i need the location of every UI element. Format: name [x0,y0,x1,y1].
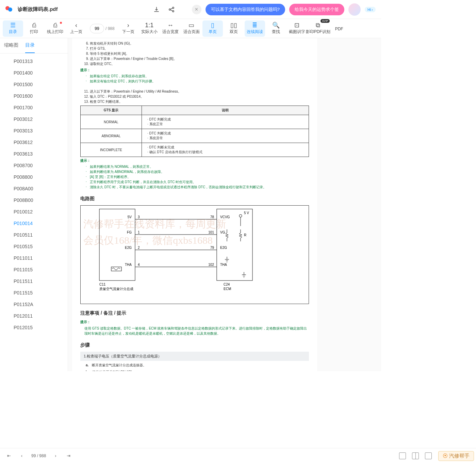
tool-单页[interactable]: ▯单页 [202,20,223,37]
svg-text:C11: C11 [99,283,106,286]
toc-item-P008700[interactable]: P008700 [0,160,68,171]
svg-text:2: 2 [138,246,140,250]
notes-label: 提示： [80,320,309,324]
circuit-diagram: 汽修帮手在线资料库，每周更新会员仅168/年，微信qxbs1688 [80,205,309,304]
toc-item-P008A00[interactable]: P008A00 [0,183,68,194]
hi-badge[interactable]: Hi› [365,7,376,12]
hint-list-2: 如果判断结果为 NORMAL，则系统正常。如果判断结果为 ABNORMAL，则系… [90,164,309,190]
svg-text:4: 4 [138,263,140,267]
page-total: / 988 [105,26,115,31]
svg-text:R: R [244,233,246,237]
tool-线上打印[interactable]: ⎙线上打印 [45,20,65,37]
tool-上一页[interactable]: ‹上一页 [66,20,86,37]
svg-text:101: 101 [208,230,214,234]
ai-question-pill[interactable]: 可以基于文档内容回答我的问题吗? [206,4,285,15]
svg-text:5V: 5V [128,215,132,219]
substep-b: b.将发动机开关转到 ON (IG)。 [86,370,309,371]
tool-查找[interactable]: 🔍查找 [266,20,286,37]
hint-label-2: 提示： [80,158,309,163]
toc-item-P012011[interactable]: P012011 [0,310,68,322]
section-steps-title: 步骤 [80,342,309,348]
svg-text:1: 1 [138,230,140,234]
section-diagram-title: 电路图 [80,196,309,202]
gts-table: GTS 显示 说明 NORMALDTC 判断完成系统正常ABNORMALDTC … [80,106,309,157]
toc-item-P001500[interactable]: P001500 [0,79,68,90]
tool-影印PDF识别[interactable]: ⧉影印PDF识别SVIP [308,20,328,37]
svg-text:78: 78 [210,215,214,219]
tool-截图识字[interactable]: ⊡截图识字 [287,20,307,37]
toc-item-P011511[interactable]: P011511 [0,275,68,287]
tool-双页[interactable]: ▯▯双页 [224,20,244,37]
toc-item-P003012[interactable]: P003012 [0,113,68,125]
avatar[interactable] [348,3,361,16]
tool-实际大小[interactable]: 1:1实际大小 [139,20,160,37]
toc-item-P01152A[interactable]: P01152A [0,299,68,310]
toc-item-P003613[interactable]: P003613 [0,148,68,160]
tool-目录[interactable]: ☰目录 [3,20,23,37]
svg-text:THA: THA [125,263,132,267]
svg-text:E2G: E2G [220,246,227,250]
toc-list: P001313P001400P001500P001600P001700P0030… [0,53,68,371]
page-input[interactable] [90,24,104,33]
notes-text: 使用 GTS 读取定格数据。DTC 一被存储，ECM 就将车辆和驾驶条件信息以定… [84,326,309,336]
toc-item-P010515[interactable]: P010515 [0,241,68,252]
svg-text:ECM: ECM [224,287,231,291]
svg-text:THA: THA [220,263,227,267]
section-notes-title: 注意事项 / 备注 / 提示 [80,310,309,316]
toc-item-P003013[interactable]: P003013 [0,125,68,137]
svg-text:5 V: 5 V [244,211,249,215]
svg-text:E2G: E2G [125,246,132,250]
file-title: 诊断故障码表.pdf [18,6,58,13]
toc-item-P001600[interactable]: P001600 [0,90,68,102]
app-logo [5,5,14,14]
toolbar: ☰目录⎙打印⎙线上打印‹上一页/ 988›下一页1:1实际大小↔适合宽度▭适合页… [0,19,381,38]
toc-item-P001700[interactable]: P001700 [0,102,68,113]
tool-适合页面[interactable]: ▭适合页面 [181,20,202,37]
svg-rect-4 [217,209,252,281]
step-1-title: 1.检查端子电压（质量空气流量计分总成电源） [80,352,309,361]
toc-item-P003612[interactable]: P003612 [0,137,68,148]
svg-text:VG: VG [220,230,225,234]
svg-text:质量空气流量计分总成: 质量空气流量计分总成 [99,287,133,291]
step-list-b: 进入以下菜单：Powertrain / Engine / Utility / A… [90,89,309,104]
toc-item-P011015[interactable]: P011015 [0,264,68,275]
svg-text:3: 3 [138,215,140,219]
tab-toc[interactable]: 目录 [25,38,35,53]
tool-连续阅读[interactable]: ≣连续阅读 [245,20,265,37]
toc-item-P008B00[interactable]: P008B00 [0,194,68,206]
svg-point-6 [239,214,242,217]
svg-text:102: 102 [208,263,214,267]
tab-thumbnail[interactable]: 缩略图 [4,38,18,53]
step-list-a: 将发动机开关转到 ON (IG)。打开 GTS。等待 5 秒或更长时间 [A]。… [90,41,309,66]
svg-text:VCVG: VCVG [220,215,230,219]
hint-label: 提示： [80,68,309,73]
tool-打印[interactable]: ⎙打印 [24,20,44,37]
toc-item-P008800[interactable]: P008800 [0,171,68,183]
share-icon[interactable] [166,4,177,15]
substep-a: a.断开质量空气流量计分总成连接器。 [86,363,309,368]
svg-text:79: 79 [210,246,214,250]
svg-rect-3 [99,209,135,281]
tool-PDF[interactable]: PDF [329,20,349,37]
tool-适合宽度[interactable]: ↔适合宽度 [160,20,181,37]
svg-text:C24: C24 [224,283,230,286]
toc-item-P011011[interactable]: P011011 [0,252,68,264]
close-icon[interactable]: ✕ [192,5,201,14]
toc-item-P010012[interactable]: P010012 [0,206,68,218]
hint-list-1: 如果输出特定 DTC，则系统存在故障。如果没有输出特定 DTC，则执行下列步骤。 [90,74,309,84]
toc-item-P010014[interactable]: P010014 [0,218,68,229]
toc-item-P011515[interactable]: P011515 [0,287,68,299]
download-icon[interactable] [151,4,162,15]
toc-item-P001400[interactable]: P001400 [0,67,68,79]
toc-item-P012015[interactable]: P012015 [0,322,68,333]
fortune-pill[interactable]: 给我今天的运势求个签 [289,4,344,15]
toc-item-P001313[interactable]: P001313 [0,55,68,67]
tool-下一页[interactable]: ›下一页 [118,20,138,37]
toc-item-P010511[interactable]: P010511 [0,229,68,241]
svg-text:FG: FG [127,230,132,234]
